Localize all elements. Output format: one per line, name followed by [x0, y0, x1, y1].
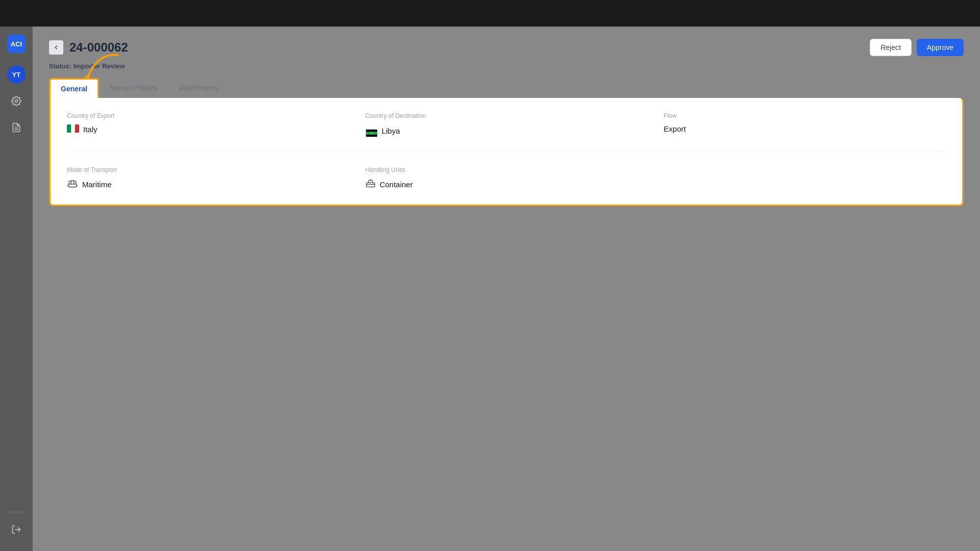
libya-flag: ☪ [365, 124, 378, 137]
status-bar: Status: Importer Review [49, 62, 964, 70]
maritime-icon [67, 179, 78, 190]
handling-units-label: Handling Units [365, 166, 648, 173]
header-actions: Reject Approve [870, 39, 964, 56]
tabs-wrapper: General Named Parties Attachments Countr… [49, 78, 964, 206]
sidebar: ACI YT [0, 27, 33, 551]
country-destination-text: Libya [382, 127, 400, 135]
separator-line [8, 512, 24, 512]
country-export-text: Italy [83, 125, 97, 134]
svg-point-0 [15, 100, 18, 103]
logout-icon[interactable] [7, 520, 26, 539]
flow-section: Flow Export [664, 112, 946, 137]
country-destination-section: Country of Destination ☪ Libya [365, 112, 648, 137]
status-value: Importer Review [74, 62, 125, 70]
header-left: 24-000062 [49, 40, 128, 55]
general-card: Country of Export Italy [49, 98, 964, 206]
mode-transport-label: Mode of Transport [67, 166, 349, 173]
info-grid: Country of Export Italy [67, 112, 946, 190]
approve-button[interactable]: Approve [917, 39, 964, 56]
status-prefix: Status: [49, 62, 71, 70]
empty-section [664, 166, 946, 190]
tab-named-parties[interactable]: Named Parties [99, 78, 168, 98]
handling-units-text: Container [380, 180, 413, 189]
flow-label: Flow [664, 112, 946, 119]
settings-icon[interactable] [7, 92, 26, 110]
country-export-value: Italy [67, 124, 349, 134]
tab-attachments[interactable]: Attachments [168, 78, 229, 98]
country-destination-label: Country of Destination [365, 112, 648, 119]
page-title: 24-000062 [69, 40, 128, 55]
back-button[interactable] [49, 40, 63, 55]
mode-transport-text: Maritime [82, 180, 112, 189]
country-destination-value: ☪ Libya [365, 124, 648, 137]
tabs: General Named Parties Attachments [49, 78, 964, 98]
handling-units-value: Container [365, 179, 648, 190]
flow-value: Export [664, 124, 946, 133]
mode-transport-section: Mode of Transport [67, 166, 349, 190]
user-avatar[interactable]: YT [7, 65, 26, 84]
italy-flag [67, 124, 79, 134]
container-icon [365, 179, 376, 190]
country-export-section: Country of Export Italy [67, 112, 349, 137]
mode-transport-value: Maritime [67, 179, 349, 190]
reject-button[interactable]: Reject [870, 39, 912, 56]
app-logo: ACI [7, 35, 26, 53]
section-divider [67, 152, 946, 152]
documents-icon[interactable] [7, 118, 26, 137]
page-header: 24-000062 Reject Approve [49, 39, 964, 56]
content-area: 24-000062 Reject Approve Status: Importe… [33, 27, 980, 551]
country-export-label: Country of Export [67, 112, 349, 119]
handling-units-section: Handling Units C [365, 166, 648, 190]
tab-general[interactable]: General [49, 78, 99, 98]
